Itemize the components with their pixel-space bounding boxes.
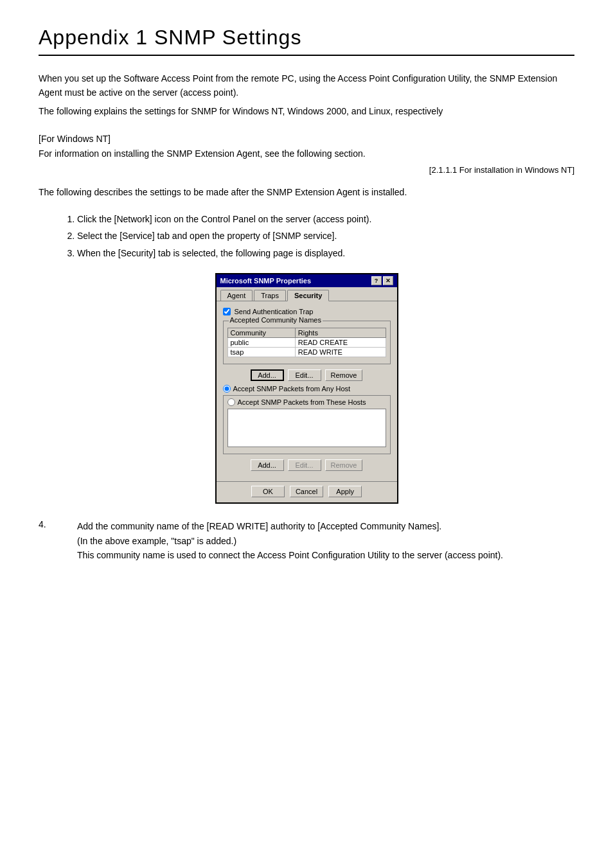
cancel-button[interactable]: Cancel <box>290 486 323 497</box>
remove-community-button[interactable]: Remove <box>325 369 363 381</box>
community-row-1: tsap READ WRITE <box>227 348 386 357</box>
send-auth-trap-checkbox[interactable] <box>223 308 231 315</box>
step4-para2: (In the above example, "tsap" is added.) <box>77 534 574 548</box>
these-hosts-group: Accept SNMP Packets from These Hosts <box>223 395 391 454</box>
step4-para1: Add the community name of the [READ WRIT… <box>77 519 574 533</box>
community-row-0: public READ CREATE <box>227 338 386 348</box>
add-host-button[interactable]: Add... <box>251 459 284 471</box>
ref-line: [2.1.1.1 For installation in Windows NT] <box>39 165 574 175</box>
page-title: Appendix 1 SNMP Settings <box>39 26 574 56</box>
close-button[interactable]: ✕ <box>383 276 393 285</box>
community-rights-1: READ WRITE <box>295 348 386 357</box>
dialog-footer: OK Cancel Apply <box>217 481 397 502</box>
desc-line: The following describes the settings to … <box>39 185 574 199</box>
edit-community-button[interactable]: Edit... <box>288 369 321 381</box>
intro-para2: The following explains the settings for … <box>39 104 574 118</box>
apply-button[interactable]: Apply <box>328 486 362 497</box>
windows-nt-header: [For Windows NT] <box>39 134 574 144</box>
community-name-0: public <box>227 338 295 348</box>
hosts-btn-row: Add... Edit... Remove <box>223 459 391 471</box>
community-name-1: tsap <box>227 348 295 357</box>
dialog-titlebar: Microsoft SNMP Properties ? ✕ <box>217 274 397 287</box>
step-3: When the [Security] tab is selected, the… <box>77 246 574 260</box>
community-rights-0: READ CREATE <box>295 338 386 348</box>
radio-any-host[interactable] <box>223 385 231 393</box>
community-btn-row: Add... Edit... Remove <box>223 369 391 381</box>
send-auth-trap-row[interactable]: Send Authentication Trap <box>223 308 391 315</box>
steps-list: Click the [Network] icon on the Control … <box>77 212 574 260</box>
step-2: Select the [Service] tab and open the pr… <box>77 229 574 243</box>
step-1: Click the [Network] icon on the Control … <box>77 212 574 226</box>
dialog-title: Microsoft SNMP Properties <box>220 277 312 285</box>
step4-number: 4. <box>39 519 46 529</box>
radio-any-host-label: Accept SNMP Packets from Any Host <box>233 385 351 393</box>
titlebar-buttons: ? ✕ <box>371 276 393 285</box>
tab-agent[interactable]: Agent <box>220 290 253 301</box>
install-info: For information on installing the SNMP E… <box>39 146 574 161</box>
ok-button[interactable]: OK <box>251 486 285 497</box>
step4-para3: This community name is used to connect t… <box>77 548 574 562</box>
intro-para1: When you set up the Software Access Poin… <box>39 71 574 100</box>
radio-these-hosts[interactable] <box>227 398 235 406</box>
snmp-properties-dialog: Microsoft SNMP Properties ? ✕ Agent Trap… <box>215 273 398 504</box>
add-community-button[interactable]: Add... <box>251 369 284 381</box>
community-col-header: Community <box>227 328 295 338</box>
step4-block: 4. Add the community name of the [READ W… <box>39 519 574 562</box>
dialog-tabs[interactable]: Agent Traps Security <box>217 287 397 301</box>
edit-host-button[interactable]: Edit... <box>288 459 321 471</box>
radio-these-hosts-label: Accept SNMP Packets from These Hosts <box>238 398 366 406</box>
tab-traps[interactable]: Traps <box>254 290 286 301</box>
dialog-content: Send Authentication Trap Accepted Commun… <box>217 301 397 481</box>
hosts-listbox[interactable] <box>227 409 386 447</box>
radio-these-hosts-row[interactable]: Accept SNMP Packets from These Hosts <box>227 398 386 406</box>
tab-security[interactable]: Security <box>287 290 329 301</box>
accepted-community-label: Accepted Community Names <box>229 316 323 324</box>
accepted-community-group: Accepted Community Names Community Right… <box>223 321 391 364</box>
help-button[interactable]: ? <box>371 276 382 285</box>
community-table: Community Rights public READ CREATE tsap… <box>227 328 386 357</box>
remove-host-button[interactable]: Remove <box>325 459 363 471</box>
send-auth-trap-label: Send Authentication Trap <box>235 308 314 315</box>
step4-content: Add the community name of the [READ WRIT… <box>77 519 574 562</box>
rights-col-header: Rights <box>295 328 386 338</box>
radio-any-host-row[interactable]: Accept SNMP Packets from Any Host <box>223 385 391 393</box>
dialog-wrapper: Microsoft SNMP Properties ? ✕ Agent Trap… <box>39 273 574 504</box>
